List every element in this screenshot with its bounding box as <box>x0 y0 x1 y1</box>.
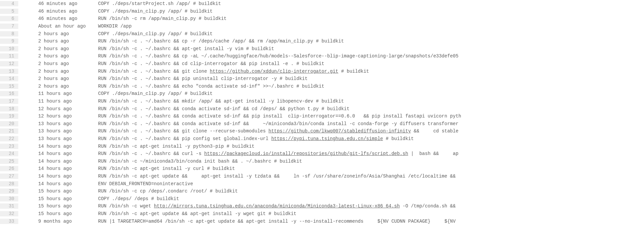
line-content: 2 hours agoRUN /bin/sh -c . ~/.bashrc &&… <box>30 76 308 81</box>
line-content: 2 hours agoRUN /bin/sh -c . ~/.bashrc &&… <box>30 69 369 74</box>
age-text: 11 hours ago <box>38 91 98 96</box>
line-content: 2 hours agoCOPY ./deps/main_clip.py /app… <box>30 31 212 37</box>
line-content: 13 hours agoRUN /bin/sh -c . ~/.bashrc &… <box>30 121 458 126</box>
age-text: 12 hours ago <box>38 106 98 112</box>
age-text: 2 hours ago <box>38 38 98 44</box>
code-line[interactable]: 646 minutes agoRUN /bin/sh -c rm /app/ma… <box>0 15 644 23</box>
command-text: RUN /bin/sh -c . ~/.bashrc && conda acti… <box>98 121 458 126</box>
code-line[interactable]: 1711 hours agoRUN /bin/sh -c . ~/.bashrc… <box>0 98 644 105</box>
line-number: 32 <box>0 211 18 216</box>
command-text: RUN /bin/sh -c apt-get update && apt-get… <box>98 174 458 179</box>
command-text-after: && cd stable <box>411 128 458 134</box>
command-text: RUN /bin/sh -c . ~/.bashrc && pip uninst… <box>98 76 308 81</box>
age-text: 2 hours ago <box>38 46 98 51</box>
line-number: 19 <box>0 113 18 119</box>
url-link[interactable]: https://github.com/lkwq007/stablediffusi… <box>268 128 411 134</box>
line-content: 12 hours agoRUN /bin/sh -c . ~/.bashrc &… <box>30 113 461 119</box>
age-text: 14 hours ago <box>38 159 98 164</box>
age-text: 13 hours ago <box>38 121 98 126</box>
line-number: 11 <box>0 53 18 59</box>
age-text: 9 months ago <box>38 219 98 224</box>
code-line[interactable]: 446 minutes agoCOPY ./deps/startProject.… <box>0 0 644 8</box>
code-line[interactable]: 1611 hours agoCOPY ./deps/main_clip.py /… <box>0 90 644 98</box>
age-text: 46 minutes ago <box>38 1 98 6</box>
code-line[interactable]: 92 hours agoRUN /bin/sh -c . ~/.bashrc &… <box>0 38 644 45</box>
line-number: 18 <box>0 106 18 112</box>
code-line[interactable]: 82 hours agoCOPY ./deps/main_clip.py /ap… <box>0 30 644 38</box>
code-line[interactable]: 2614 hours agoRUN /bin/sh -c apt-get ins… <box>0 165 644 173</box>
age-text: 11 hours ago <box>38 99 98 104</box>
age-text: 46 minutes ago <box>38 9 98 14</box>
line-number: 28 <box>0 181 18 187</box>
command-text: COPY ./deps/ /deps # buildkit <box>98 196 179 201</box>
command-text: RUN /bin/sh -c . ~/.bashrc && git clone … <box>98 128 268 134</box>
code-line[interactable]: 142 hours agoRUN /bin/sh -c . ~/.bashrc … <box>0 75 644 83</box>
code-line[interactable]: 2514 hours agoRUN /bin/sh -c ~/miniconda… <box>0 157 644 165</box>
age-text: 2 hours ago <box>38 31 98 37</box>
line-number: 7 <box>0 24 18 29</box>
line-number: 4 <box>0 1 18 6</box>
code-line[interactable]: 2314 hours agoRUN /bin/sh -c apt-get ins… <box>0 142 644 150</box>
code-line[interactable]: 2213 hours agoRUN /bin/sh -c . ~/.bashrc… <box>0 135 644 143</box>
line-number: 12 <box>0 61 18 66</box>
line-content: 2 hours agoRUN /bin/sh -c . ~/.bashrc &&… <box>30 84 324 89</box>
code-line[interactable]: 2814 hours agoENV DEBIAN_FRONTEND=nonint… <box>0 180 644 188</box>
line-number: 9 <box>0 38 18 44</box>
code-line[interactable]: 2714 hours agoRUN /bin/sh -c apt-get upd… <box>0 173 644 180</box>
command-text: RUN /bin/sh -c . ~/.bashrc && conda acti… <box>98 106 349 112</box>
code-line[interactable]: 152 hours agoRUN /bin/sh -c . ~/.bashrc … <box>0 83 644 90</box>
line-content: About an hour agoWORKDIR /app <box>30 24 132 29</box>
code-line[interactable]: 3215 hours agoRUN /bin/sh -c apt-get upd… <box>0 210 644 218</box>
code-line[interactable]: 1912 hours agoRUN /bin/sh -c . ~/.bashrc… <box>0 112 644 120</box>
line-number: 20 <box>0 121 18 126</box>
command-text: RUN /bin/sh -c wget <box>98 203 154 209</box>
command-text: RUN /bin/sh -c . ~/.bashrc && git clone <box>98 69 210 74</box>
age-text: 14 hours ago <box>38 181 98 187</box>
command-text: RUN /bin/sh -c . ~/.bashrc && echo "cond… <box>98 84 324 89</box>
age-text: 12 hours ago <box>38 113 98 119</box>
code-line[interactable]: 3015 hours agoCOPY ./deps/ /deps # build… <box>0 195 644 202</box>
code-line[interactable]: 132 hours agoRUN /bin/sh -c . ~/.bashrc … <box>0 67 644 75</box>
line-number: 22 <box>0 136 18 141</box>
command-text-after: # buildkit <box>338 69 369 74</box>
line-content: 15 hours agoRUN /bin/sh -c wget http://m… <box>30 203 458 209</box>
line-content: 9 months agoRUN |1 TARGETARCH=amd64 /bin… <box>30 219 455 224</box>
line-number: 23 <box>0 144 18 149</box>
url-link[interactable]: https://pypi.tuna.tsinghua.edu.cn/simple <box>271 136 383 141</box>
line-content: 14 hours agoENV DEBIAN_FRONTEND=noninter… <box>30 181 193 187</box>
url-link[interactable]: https://github.com/xddun/clip-interrogat… <box>210 69 338 74</box>
line-number: 14 <box>0 76 18 81</box>
code-line[interactable]: 112 hours agoRUN /bin/sh -c . ~/.bashrc … <box>0 52 644 60</box>
command-text: RUN /bin/sh -c cp /deps/.condarc /root/ … <box>98 188 238 194</box>
line-content: 46 minutes agoRUN /bin/sh -c rm /app/mai… <box>30 16 226 21</box>
command-text: COPY ./deps/main_clip.py /app/ # buildki… <box>98 91 212 96</box>
line-number: 16 <box>0 91 18 96</box>
url-link[interactable]: https://packagecloud.io/install/reposito… <box>204 151 408 156</box>
age-text: About an hour ago <box>38 24 98 29</box>
line-content: 14 hours agoRUN /bin/sh -c apt-get insta… <box>30 144 254 149</box>
age-text: 2 hours ago <box>38 69 98 74</box>
command-text: RUN /bin/sh -c apt-get install -y curl #… <box>98 166 235 171</box>
code-line[interactable]: 2013 hours agoRUN /bin/sh -c . ~/.bashrc… <box>0 120 644 128</box>
line-number: 6 <box>0 16 18 21</box>
code-line[interactable]: 122 hours agoRUN /bin/sh -c . ~/.bashrc … <box>0 60 644 68</box>
code-line[interactable]: 7About an hour agoWORKDIR /app <box>0 23 644 30</box>
line-number: 8 <box>0 31 18 37</box>
command-text: ENV DEBIAN_FRONTEND=noninteractive <box>98 181 193 187</box>
age-text: 2 hours ago <box>38 53 98 59</box>
command-text: RUN /bin/sh -c ~/miniconda3/bin/conda in… <box>98 159 302 164</box>
age-text: 13 hours ago <box>38 128 98 134</box>
code-line[interactable]: 2113 hours agoRUN /bin/sh -c . ~/.bashrc… <box>0 127 644 135</box>
code-line[interactable]: 2414 hours agoRUN /bin/sh -c . ~/.bashrc… <box>0 150 644 158</box>
command-text: RUN /bin/sh -c rm /app/main_clip.py # bu… <box>98 16 226 21</box>
url-link[interactable]: http://mirrors.tuna.tsinghua.edu.cn/anac… <box>154 203 400 209</box>
code-line[interactable]: 1812 hours agoRUN /bin/sh -c . ~/.bashrc… <box>0 105 644 112</box>
code-line[interactable]: 3115 hours agoRUN /bin/sh -c wget http:/… <box>0 202 644 210</box>
code-line[interactable]: 102 hours agoRUN /bin/sh -c . ~/.bashrc … <box>0 45 644 53</box>
code-line[interactable]: 339 months agoRUN |1 TARGETARCH=amd64 /b… <box>0 217 644 225</box>
age-text: 2 hours ago <box>38 61 98 66</box>
line-content: 15 hours agoRUN /bin/sh -c cp /deps/.con… <box>30 188 238 194</box>
code-line[interactable]: 2915 hours agoRUN /bin/sh -c cp /deps/.c… <box>0 188 644 195</box>
line-number: 26 <box>0 166 18 171</box>
code-line[interactable]: 546 minutes agoCOPY ./deps/main_clip.py … <box>0 8 644 15</box>
